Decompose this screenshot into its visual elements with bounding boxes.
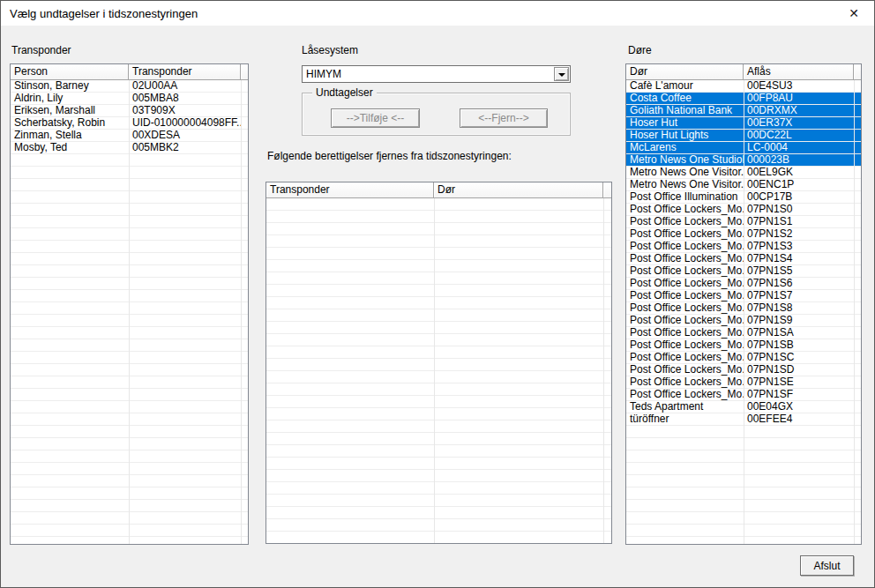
table-row[interactable]: Post Office Illumination00CP17B [626, 191, 861, 204]
add-button[interactable]: -->Tilføje <-- [331, 108, 420, 128]
column-header-door[interactable]: Dør [434, 182, 603, 197]
removal-list-caption: Følgende berettigelser fjernes fra tidsz… [267, 150, 512, 162]
cell-door: Post Office Lockers_Mo... [626, 339, 744, 352]
transponder-list-header: Person Transponder [11, 64, 248, 80]
cell-transponder: 03T909X [129, 105, 241, 117]
cell-transponder: 00XDESA [129, 130, 241, 142]
table-row[interactable]: Post Office Lockers_Mo...07PN1S3 [626, 241, 861, 253]
locksystem-label: Låsesystem [302, 44, 358, 56]
cell-lock: 00EL9GK [744, 167, 854, 179]
locksystem-selected-value: HIMYM [306, 68, 341, 80]
table-row[interactable]: Metro News One Visitor...00ENC1P [626, 179, 861, 191]
cell-person: Eriksen, Marshall [11, 105, 129, 117]
remove-button[interactable]: <--Fjern--> [460, 108, 548, 128]
cell-lock: 00ENC1P [744, 179, 854, 191]
cell-lock: 07PN1S9 [744, 315, 854, 327]
cell-door: Hoser Hut [626, 117, 744, 130]
cell-lock: 00DC22L [744, 130, 854, 142]
cell-lock: 07PN1S8 [744, 302, 854, 315]
table-row[interactable]: Post Office Lockers_Mo...07PN1S4 [626, 253, 861, 265]
table-row[interactable]: Teds Apartment00E04GX [626, 401, 861, 413]
cell-lock: 00DRXMX [744, 105, 854, 117]
cell-door: Post Office Lockers_Mo... [626, 327, 744, 339]
cell-lock: 07PN1S6 [744, 278, 854, 290]
cell-door: Hoser Hut Lights [626, 130, 744, 142]
column-header-door[interactable]: Dør [626, 64, 744, 79]
cell-door: Post Office Lockers_Mo... [626, 376, 744, 389]
cell-person: Stinson, Barney [11, 80, 129, 93]
cell-lock: 07PN1S7 [744, 290, 854, 302]
locksystem-select[interactable]: HIMYM [302, 65, 571, 83]
doors-list-body[interactable]: Cafè L'amour00E4SU3Costa Coffee00FP8AUGo… [626, 80, 861, 544]
table-row[interactable]: Post Office Lockers_Mo...07PN1SA [626, 327, 861, 339]
cell-lock: 07PN1SD [744, 364, 854, 376]
transponder-list-body[interactable]: Stinson, Barney02U00AAAldrin, Lily005MBA… [11, 80, 248, 544]
cell-door: Post Office Lockers_Mo... [626, 241, 744, 253]
cell-door: türöffner [626, 413, 744, 426]
doors-list[interactable]: Dør Aflås Cafè L'amour00E4SU3Costa Coffe… [625, 63, 862, 545]
cell-lock: 07PN1SB [744, 339, 854, 352]
window-title: Vælg undtagelser i tidszonestyringen [10, 7, 198, 20]
cell-lock: 00E4SU3 [744, 80, 854, 93]
cell-door: Post Office Lockers_Mo... [626, 302, 744, 315]
close-icon[interactable]: ✕ [841, 1, 867, 26]
table-row[interactable]: Post Office Lockers_Mo...07PN1S1 [626, 216, 861, 228]
table-row[interactable]: Post Office Lockers_Mo...07PN1S7 [626, 290, 861, 302]
column-header-person[interactable]: Person [11, 64, 129, 79]
table-row[interactable]: Post Office Lockers_Mo...07PN1S9 [626, 315, 861, 327]
column-header-transponder[interactable]: Transponder [129, 64, 241, 79]
column-header-transponder[interactable]: Transponder [266, 182, 434, 197]
table-row[interactable]: Post Office Lockers_Mo...07PN1S8 [626, 302, 861, 315]
table-row[interactable]: McLarensLC-0004 [626, 142, 861, 154]
cell-door: Post Office Lockers_Mo... [626, 278, 744, 290]
table-row[interactable]: Metro News One Visitor...00EL9GK [626, 167, 861, 179]
table-row[interactable]: Post Office Lockers_Mo...07PN1S6 [626, 278, 861, 290]
removal-list-body[interactable] [266, 198, 611, 543]
table-row[interactable]: türöffner00EFEE4 [626, 413, 861, 426]
table-row[interactable]: Post Office Lockers_Mo...07PN1SC [626, 352, 861, 364]
exceptions-group-label: Undtagelser [312, 86, 377, 99]
table-row[interactable]: Post Office Lockers_Mo...07PN1S5 [626, 265, 861, 278]
cell-door: McLarens [626, 142, 744, 154]
cell-person: Scherbatsky, Robin [11, 117, 129, 130]
table-row[interactable]: Hoser Hut00ER37X [626, 117, 861, 130]
cell-door: Post Office Lockers_Mo... [626, 364, 744, 376]
dialog-window: Vælg undtagelser i tidszonestyringen ✕ T… [0, 0, 875, 588]
column-header-lock[interactable]: Aflås [744, 64, 854, 79]
table-row[interactable]: Post Office Lockers_Mo...07PN1SF [626, 389, 861, 401]
column-header-stub [603, 182, 611, 197]
table-row[interactable]: Stinson, Barney02U00AA [11, 80, 248, 93]
combo-dropdown-button[interactable] [554, 67, 569, 81]
cell-lock: 000023B [744, 154, 854, 167]
cell-transponder: 02U00AA [129, 80, 241, 93]
table-row[interactable]: Hoser Hut Lights00DC22L [626, 130, 861, 142]
table-row[interactable]: Zinman, Stella00XDESA [11, 130, 248, 142]
titlebar: Vælg undtagelser i tidszonestyringen ✕ [1, 1, 874, 26]
cell-door: Costa Coffee [626, 93, 744, 105]
table-row[interactable]: Costa Coffee00FP8AU [626, 93, 861, 105]
table-row[interactable]: Post Office Lockers_Mo...07PN1SE [626, 376, 861, 389]
cell-door: Post Office Lockers_Mo... [626, 315, 744, 327]
table-row[interactable]: Mosby, Ted005MBK2 [11, 142, 248, 154]
cell-lock: LC-0004 [744, 142, 854, 154]
removal-list[interactable]: Transponder Dør [265, 182, 612, 544]
cell-door: Metro News One Visitor... [626, 167, 744, 179]
table-row[interactable]: Goliath National Bank00DRXMX [626, 105, 861, 117]
table-row[interactable]: Eriksen, Marshall03T909X [11, 105, 248, 117]
table-row[interactable]: Scherbatsky, RobinUID-010000004098FF... [11, 117, 248, 130]
cell-door: Metro News One Studiol... [626, 154, 744, 167]
table-row[interactable]: Post Office Lockers_Mo...07PN1S2 [626, 228, 861, 241]
cell-lock: 00E04GX [744, 401, 854, 413]
table-row[interactable]: Metro News One Studiol...000023B [626, 154, 861, 167]
cell-door: Post Office Lockers_Mo... [626, 228, 744, 241]
table-row[interactable]: Post Office Lockers_Mo...07PN1S0 [626, 204, 861, 216]
cell-lock: 07PN1S1 [744, 216, 854, 228]
table-row[interactable]: Cafè L'amour00E4SU3 [626, 80, 861, 93]
transponder-list[interactable]: Person Transponder Stinson, Barney02U00A… [10, 63, 249, 545]
table-row[interactable]: Post Office Lockers_Mo...07PN1SD [626, 364, 861, 376]
exit-button[interactable]: Afslut [800, 555, 854, 576]
cell-transponder: 005MBK2 [129, 142, 241, 154]
table-row[interactable]: Aldrin, Lily005MBA8 [11, 93, 248, 105]
table-row[interactable]: Post Office Lockers_Mo...07PN1SB [626, 339, 861, 352]
cell-lock: 07PN1SA [744, 327, 854, 339]
